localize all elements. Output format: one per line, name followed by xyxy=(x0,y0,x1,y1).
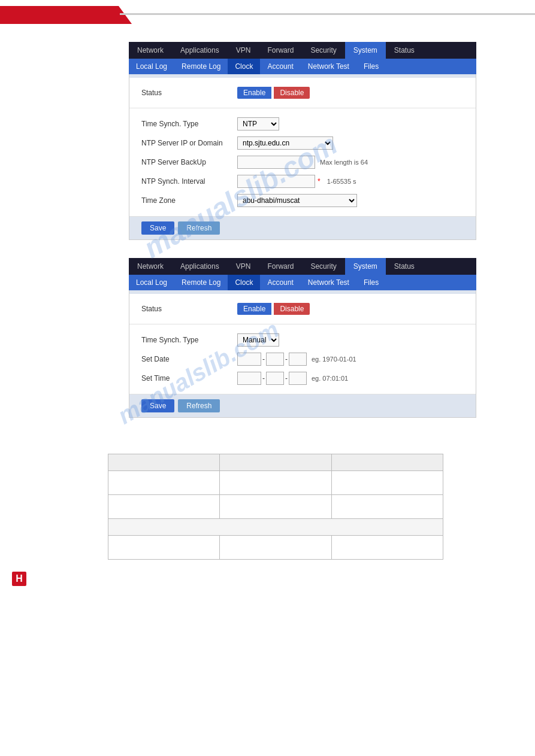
panel2-setdate-hint: eg. 1970-01-01 xyxy=(312,356,356,363)
panel2-settime-value: - - eg. 07:01:01 xyxy=(237,372,464,385)
panel2-status-row: Status Enable Disable xyxy=(141,300,464,318)
panel1-ntpinterval-input[interactable] xyxy=(237,175,315,188)
panel1-disable-button[interactable]: Disable xyxy=(274,87,310,99)
header xyxy=(0,0,535,36)
panel2: Network Applications VPN Forward Securit… xyxy=(129,258,476,418)
panel1-status-label: Status xyxy=(141,89,237,97)
table-cell-2-1 xyxy=(108,495,220,519)
panel1-ntpbackup-input[interactable] xyxy=(237,156,315,169)
panel2-time-hour[interactable] xyxy=(237,372,261,385)
panel2-date-day[interactable] xyxy=(289,353,307,366)
panel2-nav: Network Applications VPN Forward Securit… xyxy=(129,258,476,275)
nav-tab-applications[interactable]: Applications xyxy=(172,42,228,59)
panel2-subnav-files[interactable]: Files xyxy=(356,275,386,290)
panel2-subnav-networktest[interactable]: Network Test xyxy=(301,275,356,290)
panel1-refresh-button[interactable]: Refresh xyxy=(178,221,220,235)
subnav-clock[interactable]: Clock xyxy=(228,59,260,74)
panel1-ntpserver-value: ntp.sjtu.edu.cn xyxy=(237,136,464,150)
panel2-nav-tab-status[interactable]: Status xyxy=(386,258,423,275)
bottom-table xyxy=(108,454,443,560)
nav-tab-security[interactable]: Security xyxy=(302,42,344,59)
panel2-action-bar: Save Refresh xyxy=(129,394,476,417)
panel2-date-month[interactable] xyxy=(266,353,284,366)
panel2-disable-button[interactable]: Disable xyxy=(274,303,310,315)
panel1-status-row: Status Enable Disable xyxy=(141,84,464,102)
panel2-status-value: Enable Disable xyxy=(237,303,464,315)
table-row xyxy=(108,471,443,495)
nav-tab-vpn[interactable]: VPN xyxy=(228,42,259,59)
table-cell-3-3 xyxy=(331,536,443,560)
table-row xyxy=(108,495,443,519)
table-cell-2-3 xyxy=(331,495,443,519)
panel2-settime-label: Set Time xyxy=(141,374,237,382)
bottom-logo: H xyxy=(12,572,535,586)
subnav-remotelog[interactable]: Remote Log xyxy=(174,59,228,74)
subnav-account[interactable]: Account xyxy=(260,59,300,74)
panel2-body: Status Enable Disable Time Synch. Type M… xyxy=(129,290,476,418)
panel2-time-group: - - xyxy=(237,372,307,385)
panel2-nav-tab-vpn[interactable]: VPN xyxy=(228,258,259,275)
panel2-setdate-row: Set Date - - eg. 1970-01-01 xyxy=(141,350,464,369)
panel1-ntpbackup-hint: Max length is 64 xyxy=(320,159,368,166)
panel1-ntpinterval-value: * 1-65535 s xyxy=(237,175,464,188)
table-cell-3-1 xyxy=(108,536,220,560)
table-cell-1-2 xyxy=(220,471,331,495)
panel2-save-button[interactable]: Save xyxy=(141,399,174,412)
panel1-required-star: * xyxy=(318,177,321,186)
nav-tab-forward[interactable]: Forward xyxy=(259,42,302,59)
table-header-col2 xyxy=(220,454,331,471)
panel2-time-min[interactable] xyxy=(266,372,284,385)
panel2-subnav-account[interactable]: Account xyxy=(260,275,300,290)
nav-tab-system[interactable]: System xyxy=(345,42,386,59)
panel2-subnav-locallog[interactable]: Local Log xyxy=(129,275,174,290)
header-gray-line xyxy=(120,13,535,15)
panel2-subnav-clock[interactable]: Clock xyxy=(228,275,260,290)
panel1-status-section: Status Enable Disable xyxy=(129,78,476,108)
subnav-files[interactable]: Files xyxy=(356,59,386,74)
panel1-timesynctype-row: Time Synch. Type NTP Manual xyxy=(141,114,464,133)
panel2-timesynctype-select[interactable]: Manual NTP xyxy=(237,333,279,347)
panel2-subnav-remotelog[interactable]: Remote Log xyxy=(174,275,228,290)
panel2-setdate-value: - - eg. 1970-01-01 xyxy=(237,353,464,366)
panel1-ntpserver-label: NTP Server IP or Domain xyxy=(141,139,237,147)
panel1-action-bar: Save Refresh xyxy=(129,217,476,239)
panel2-enable-button[interactable]: Enable xyxy=(237,303,271,315)
panel1-timezone-select[interactable]: abu-dhabi/muscat xyxy=(237,194,357,207)
panel1-nav: Network Applications VPN Forward Securit… xyxy=(129,42,476,59)
panel1-ntpserver-row: NTP Server IP or Domain ntp.sjtu.edu.cn xyxy=(141,133,464,153)
bottom-table-container xyxy=(108,454,443,560)
table-cell-2-2 xyxy=(220,495,331,519)
panel1-timezone-label: Time Zone xyxy=(141,196,237,205)
panel2-timesynctype-value: Manual NTP xyxy=(237,333,464,347)
header-red-accent xyxy=(0,6,132,24)
panel1-ntpbackup-value: Max length is 64 xyxy=(237,156,464,169)
panel2-nav-tab-applications[interactable]: Applications xyxy=(172,258,228,275)
panel1-timesynctype-value: NTP Manual xyxy=(237,117,464,130)
panel1-ntpinterval-label: NTP Synch. Interval xyxy=(141,177,237,186)
panel1-save-button[interactable]: Save xyxy=(141,221,174,235)
panel1: Network Applications VPN Forward Securit… xyxy=(129,42,476,240)
subnav-locallog[interactable]: Local Log xyxy=(129,59,174,74)
panel2-nav-tab-forward[interactable]: Forward xyxy=(259,258,302,275)
panel1-ntpinterval-row: NTP Synch. Interval * 1-65535 s xyxy=(141,172,464,191)
nav-tab-network[interactable]: Network xyxy=(129,42,172,59)
panel2-nav-tab-security[interactable]: Security xyxy=(302,258,344,275)
panel1-enable-button[interactable]: Enable xyxy=(237,87,271,99)
subnav-networktest[interactable]: Network Test xyxy=(301,59,356,74)
panel1-ntpbackup-row: NTP Server BackUp Max length is 64 xyxy=(141,153,464,172)
panel2-time-sec[interactable] xyxy=(289,372,307,385)
panel1-timesynctype-label: Time Synch. Type xyxy=(141,120,237,128)
panel2-refresh-button[interactable]: Refresh xyxy=(178,399,220,412)
panel2-nav-tab-network[interactable]: Network xyxy=(129,258,172,275)
panel1-ntpserver-select[interactable]: ntp.sjtu.edu.cn xyxy=(237,136,333,150)
panel1-timezone-row: Time Zone abu-dhabi/muscat xyxy=(141,191,464,210)
panel1-timesynctype-select[interactable]: NTP Manual xyxy=(237,117,279,130)
panel1-timezone-value: abu-dhabi/muscat xyxy=(237,194,464,207)
panel2-timesynctype-row: Time Synch. Type Manual NTP xyxy=(141,330,464,350)
panel2-date-year[interactable] xyxy=(237,353,261,366)
panel2-nav-tab-system[interactable]: System xyxy=(345,258,386,275)
table-cell-1-1 xyxy=(108,471,220,495)
nav-tab-status[interactable]: Status xyxy=(386,42,423,59)
panel1-ntp-section: Time Synch. Type NTP Manual NTP Server I… xyxy=(129,108,476,217)
panel2-timesynctype-label: Time Synch. Type xyxy=(141,336,237,344)
